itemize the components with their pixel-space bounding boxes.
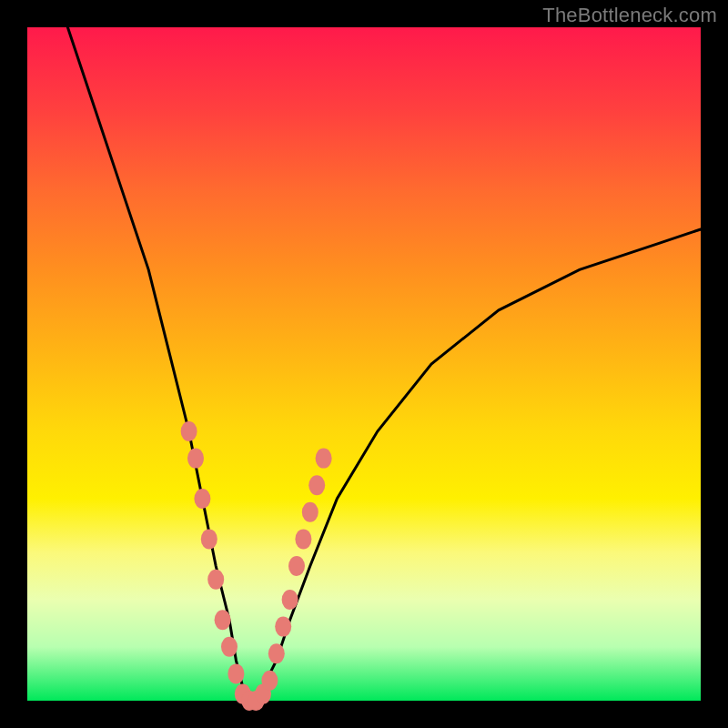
marker-bead xyxy=(268,643,285,663)
chart-svg xyxy=(27,27,701,701)
marker-bead xyxy=(302,502,318,522)
marker-bead xyxy=(187,449,204,469)
marker-bead xyxy=(194,489,210,509)
marker-bead xyxy=(221,637,238,657)
marker-bead xyxy=(215,610,231,630)
marker-bead xyxy=(316,449,332,469)
marker-bead xyxy=(261,671,278,691)
watermark-text: TheBottleneck.com xyxy=(542,4,717,27)
marker-bead xyxy=(282,590,298,610)
marker-bead xyxy=(201,529,217,549)
marker-bead xyxy=(308,475,325,495)
marker-bead xyxy=(207,570,224,590)
marker-bead xyxy=(181,421,197,441)
curve-left-branch xyxy=(67,27,249,701)
marker-bead xyxy=(228,663,244,683)
marker-bead xyxy=(288,556,305,576)
plot-area xyxy=(27,27,701,701)
marker-bead xyxy=(275,617,291,637)
marker-bead xyxy=(295,529,311,549)
curve-right-branch xyxy=(249,229,701,701)
